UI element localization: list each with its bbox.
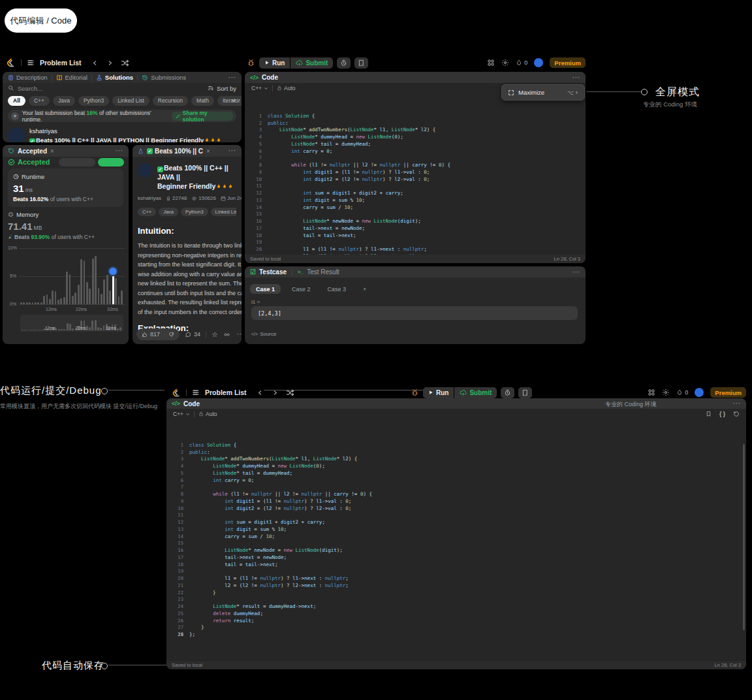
post-avatar[interactable] [138, 163, 152, 178]
tag-pill-math[interactable]: Math [191, 96, 214, 106]
user-avatar[interactable] [534, 58, 543, 67]
share-solution-button[interactable]: Share my solution [172, 112, 233, 121]
tab-submissions[interactable]: Submissions [142, 74, 186, 81]
post-tag-pill-c-[interactable]: C++ [138, 208, 156, 216]
testcase-more-icon[interactable]: ··· [572, 269, 580, 276]
post-more-icon[interactable]: ··· [228, 148, 236, 154]
language-selector[interactable]: C++ [251, 85, 268, 91]
code-editor-top[interactable]: 1class Solution {2public:3 ListNode* add… [245, 110, 586, 255]
streak-counter[interactable]: 0 [676, 389, 688, 396]
sort-by-button[interactable]: Sort by [208, 85, 236, 92]
post-author[interactable]: kshatriyas [138, 195, 161, 201]
shuffle-icon[interactable] [286, 389, 294, 397]
close-icon[interactable]: × [50, 148, 54, 155]
editorial-button-clipped[interactable] [59, 158, 95, 167]
solution-button-clipped[interactable] [98, 158, 124, 167]
format-braces-icon[interactable]: { } [719, 411, 725, 417]
tab-editorial[interactable]: Editorial [56, 74, 87, 81]
notes-icon[interactable] [354, 57, 368, 69]
screenshot-top: Problem List Run [3, 56, 586, 344]
streak-counter[interactable]: 0 [516, 59, 527, 67]
run-button[interactable]: Run [423, 387, 454, 398]
user-avatar[interactable] [695, 388, 704, 397]
upvote-button[interactable]: 817 [142, 331, 160, 338]
chart-minimap[interactable]: 12ms 22ms 32ms [20, 315, 123, 332]
post-tab-label[interactable]: ✓Beats 100% || C [147, 148, 203, 155]
star-button[interactable]: ☆ [212, 330, 218, 339]
leetcode-logo-icon[interactable] [171, 388, 181, 398]
maximize-menu-item[interactable]: Maximize ⌥ + [501, 84, 585, 101]
post-tag-pill-java[interactable]: Java [159, 208, 178, 216]
premium-button[interactable]: Premium [710, 387, 746, 398]
submit-button[interactable]: Submit [290, 57, 333, 69]
run-button[interactable]: Run [259, 57, 290, 69]
auto-toggle[interactable]: Auto [198, 411, 217, 417]
problem-list-label[interactable]: Problem List [205, 389, 247, 396]
case-tab-1[interactable]: Case 1 [250, 284, 281, 294]
leetcode-logo-icon[interactable] [5, 57, 16, 68]
source-link[interactable]: </> Source [251, 331, 276, 337]
plus-icon[interactable]: + [11, 112, 19, 120]
next-problem-icon[interactable] [107, 60, 113, 66]
testcase-tab-label[interactable]: Testcase [259, 268, 287, 276]
code-line: 17 tail->next = newNode; [166, 554, 746, 561]
accepted-tab-label[interactable]: Accepted [18, 148, 47, 155]
tag-pill-all[interactable]: All [8, 96, 25, 106]
comments-button[interactable]: 34 [185, 331, 200, 338]
code-more-icon[interactable]: ··· [733, 400, 741, 407]
post-tag-pill-linked-list[interactable]: Linked List [211, 208, 236, 216]
memory-section[interactable]: Memory 71.41MB Beats 93.90% of users wit… [8, 211, 95, 240]
close-icon[interactable]: × [206, 148, 210, 155]
timer-icon[interactable] [337, 57, 351, 69]
submit-button[interactable]: Submit [454, 387, 497, 398]
solutions-more-icon[interactable]: ··· [228, 74, 236, 81]
layout-icon[interactable] [487, 59, 495, 67]
timer-icon[interactable] [501, 387, 514, 398]
next-problem-icon[interactable] [272, 390, 278, 396]
problem-list-label[interactable]: Problem List [40, 59, 82, 67]
case-tab-3[interactable]: Case 3 [322, 284, 352, 294]
share-link-button[interactable] [223, 332, 230, 338]
premium-button[interactable]: Premium [550, 57, 586, 68]
runtime-bar [72, 296, 74, 304]
tag-pill-iterator[interactable]: Iterator [217, 96, 242, 106]
bookmark-icon[interactable] [706, 411, 712, 417]
downvote-button[interactable] [168, 332, 174, 338]
notes-icon[interactable] [518, 387, 532, 398]
tag-pill-java[interactable]: Java [53, 96, 75, 106]
prev-problem-icon[interactable] [257, 390, 263, 396]
tag-pill-linked-list[interactable]: Linked List [112, 96, 149, 106]
problem-list-icon[interactable] [27, 59, 35, 67]
shuffle-icon[interactable] [121, 59, 129, 67]
auto-toggle[interactable]: Auto [277, 85, 296, 91]
solution-list-item[interactable]: kshatriyas ✓Beats 100% || C++ || JAVA ||… [3, 124, 242, 142]
debug-icon[interactable] [247, 59, 255, 67]
reset-icon[interactable] [733, 411, 740, 417]
accepted-more-icon[interactable]: ··· [116, 148, 123, 154]
tag-pill-recursion[interactable]: Recursion [153, 96, 188, 106]
tab-solutions[interactable]: Solutions [96, 74, 133, 81]
tag-pill-c-[interactable]: C++ [29, 96, 50, 106]
settings-gear-icon[interactable] [662, 389, 670, 396]
debug-icon[interactable] [411, 389, 419, 397]
footer-more-icon[interactable]: ··· [237, 331, 242, 338]
editor-scrollbar[interactable] [743, 444, 745, 630]
layout-icon[interactable] [648, 389, 655, 396]
code-more-icon[interactable]: ··· [572, 74, 580, 81]
tags-expand-chevron-icon[interactable] [230, 97, 237, 104]
prev-problem-icon[interactable] [92, 60, 98, 66]
language-selector[interactable]: C++ [173, 411, 190, 417]
problem-list-icon[interactable] [192, 389, 200, 396]
runtime-card[interactable]: Runtime 31ms Beats 16.02% of users with … [8, 168, 123, 207]
post-tag-pill-python3[interactable]: Python3 [181, 208, 208, 216]
case-tab-2[interactable]: Case 2 [286, 284, 317, 294]
post-detail-title: ✓Beats 100% || C++ || JAVA || Beginner F… [157, 163, 236, 191]
tag-pill-python3[interactable]: Python3 [78, 96, 109, 106]
tab-description[interactable]: Description [8, 74, 48, 81]
search-input[interactable]: Search... [18, 85, 42, 92]
add-case-button[interactable]: + [357, 284, 372, 294]
test-result-tab-label[interactable]: Test Result [307, 268, 339, 276]
testcase-input[interactable]: [2,4,3] [251, 306, 578, 320]
code-editor-fullscreen[interactable]: 1class Solution {2public:3 ListNode* add… [166, 438, 746, 660]
settings-gear-icon[interactable] [501, 59, 509, 67]
